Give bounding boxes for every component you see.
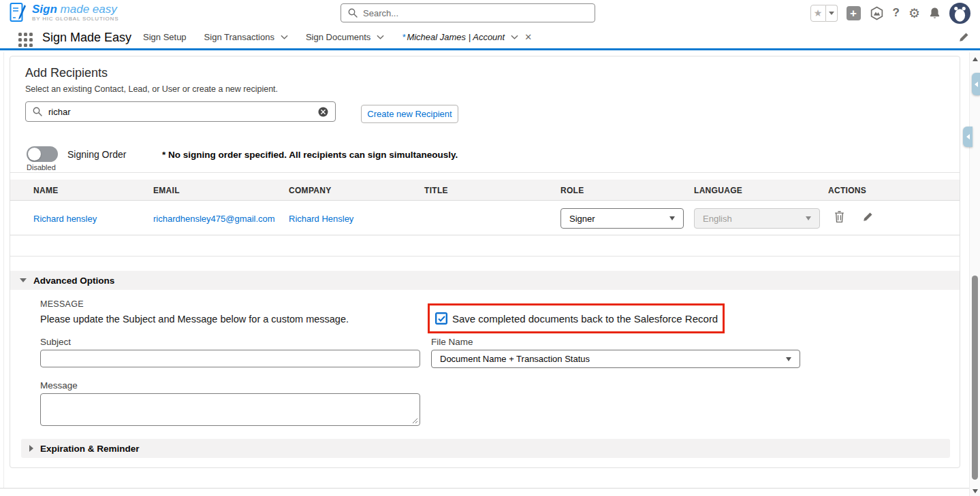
brand-text: Sign made easy BY HIC GLOBAL SOLUTIONS [32, 3, 118, 22]
chevron-down-icon [669, 216, 675, 220]
expiration-reminder-section-header[interactable]: Expiration & Reminder [21, 439, 950, 458]
column-header-actions: ACTIONS [828, 186, 866, 195]
signing-order-toggle[interactable] [27, 146, 58, 162]
search-icon [348, 8, 358, 18]
chevron-left-icon [975, 82, 978, 87]
header-actions: ★ + ? ⚙ [810, 0, 970, 26]
chevron-left-icon [966, 134, 970, 139]
page-subtitle: Select an existing Contact, Lead, or Use… [25, 84, 278, 94]
recipients-table-header: NAME EMAIL COMPANY TITLE ROLE LANGUAGE A… [10, 180, 960, 201]
create-new-recipient-button[interactable]: Create new Recipient [361, 105, 458, 123]
delete-recipient-trash-icon[interactable] [834, 211, 844, 223]
recipient-company-link[interactable]: Richard Hensley [289, 214, 353, 224]
brand-rest: made easy [57, 3, 117, 16]
divider [10, 172, 960, 173]
column-header-company: COMPANY [289, 186, 332, 195]
checkmark-icon [438, 316, 445, 322]
brand-bold: Sign [32, 3, 57, 16]
tab-micheal-james-account[interactable]: *Micheal James | Account ✕ [402, 32, 532, 42]
app-screen: Sign made easy BY HIC GLOBAL SOLUTIONS ★… [0, 0, 980, 496]
chevron-down-icon [806, 216, 811, 220]
quick-create-button[interactable]: + [847, 6, 861, 20]
app-name: Sign Made Easy [42, 31, 131, 45]
unsaved-indicator: * [402, 32, 405, 42]
brand-logo: Sign made easy BY HIC GLOBAL SOLUTIONS [10, 2, 118, 22]
column-header-title: TITLE [424, 186, 448, 195]
chevron-down-icon[interactable] [511, 35, 518, 39]
setup-gear-icon[interactable]: ⚙ [908, 7, 920, 20]
plus-icon: + [850, 7, 857, 19]
message-help-text: Please update the Subject and Message be… [40, 314, 349, 325]
role-select[interactable]: Signer [560, 208, 684, 229]
scrollbar-thumb[interactable] [972, 276, 978, 480]
document-pen-logo-icon [10, 2, 28, 22]
global-search-input[interactable] [363, 8, 588, 18]
chevron-down-icon[interactable] [377, 35, 384, 39]
add-recipients-card: Add Recipients Select an existing Contac… [10, 56, 960, 468]
brand-subtitle: BY HIC GLOBAL SOLUTIONS [32, 16, 118, 22]
tab-sign-documents[interactable]: Sign Documents [306, 32, 384, 42]
signing-order-label: Signing Order [67, 149, 126, 160]
notifications-bell-icon[interactable] [929, 7, 941, 19]
language-select: English [694, 208, 820, 229]
signing-order-state: Disabled [27, 163, 56, 171]
chevron-down-icon[interactable] [281, 35, 288, 39]
file-name-label: File Name [431, 337, 473, 347]
content-bottom-border [0, 488, 969, 489]
vertical-scrollbar[interactable] [969, 52, 980, 496]
content-left-border [3, 52, 4, 488]
help-icon[interactable]: ? [893, 6, 900, 20]
edit-recipient-pencil-icon[interactable] [863, 212, 873, 222]
save-to-record-label: Save completed documents back to the Sal… [452, 313, 718, 325]
tab-sign-transactions[interactable]: Sign Transactions [204, 32, 288, 42]
side-panel-toggle-bottom[interactable] [963, 127, 973, 147]
page-title: Add Recipients [25, 66, 108, 80]
highlight-annotation-box: Save completed documents back to the Sal… [428, 303, 725, 333]
global-search[interactable] [341, 3, 595, 22]
edit-nav-pencil-icon[interactable] [959, 32, 969, 42]
star-icon[interactable]: ★ [810, 5, 826, 22]
divider [10, 256, 960, 257]
app-nav-bar: Sign Made Easy Sign Setup Sign Transacti… [0, 26, 980, 50]
recipient-email-link[interactable]: richardhensley475@gmail.com [153, 214, 275, 224]
column-header-email: EMAIL [153, 186, 180, 195]
message-section-label: MESSAGE [40, 299, 84, 309]
recipient-name-link[interactable]: Richard hensley [33, 214, 97, 224]
subject-label: Subject [40, 337, 71, 347]
save-to-record-checkbox[interactable] [435, 312, 447, 325]
clear-search-icon[interactable] [318, 107, 328, 117]
scroll-down-arrow-icon[interactable] [973, 489, 978, 493]
chevron-down-icon [786, 357, 791, 361]
section-expanded-caret-icon [20, 278, 27, 282]
side-panel-toggle-top[interactable] [972, 73, 980, 95]
search-icon [33, 107, 42, 116]
recipient-search-input[interactable] [48, 107, 312, 117]
file-name-select[interactable]: Document Name + Transaction Status [431, 350, 800, 368]
global-header: Sign made easy BY HIC GLOBAL SOLUTIONS ★… [0, 0, 980, 26]
favorites-combo[interactable]: ★ [810, 5, 838, 22]
column-header-name: NAME [33, 186, 59, 195]
tab-sign-setup[interactable]: Sign Setup [143, 32, 187, 42]
table-row: Richard hensley richardhensley475@gmail.… [10, 201, 960, 235]
scroll-up-arrow-icon[interactable] [973, 57, 978, 61]
signing-order-note: * No signing order specified. All recipi… [162, 150, 458, 160]
guidance-center-icon[interactable] [870, 6, 884, 20]
app-launcher-icon[interactable] [18, 33, 33, 47]
favorites-dropdown-button[interactable] [826, 5, 838, 22]
toggle-knob [28, 148, 41, 161]
message-label: Message [40, 380, 78, 391]
message-textarea[interactable] [40, 393, 420, 426]
user-avatar[interactable] [949, 3, 970, 24]
resize-handle-icon[interactable] [412, 418, 418, 424]
advanced-options-section-header[interactable]: Advanced Options [10, 271, 960, 290]
close-tab-icon[interactable]: ✕ [524, 32, 532, 42]
chevron-down-icon [829, 12, 834, 15]
column-header-role: ROLE [560, 186, 584, 195]
section-collapsed-caret-icon [29, 445, 33, 452]
column-header-language: LANGUAGE [694, 186, 742, 195]
recipient-search[interactable] [25, 101, 336, 122]
nav-tabs: Sign Setup Sign Transactions Sign Docume… [143, 26, 532, 48]
subject-input[interactable] [40, 350, 420, 367]
